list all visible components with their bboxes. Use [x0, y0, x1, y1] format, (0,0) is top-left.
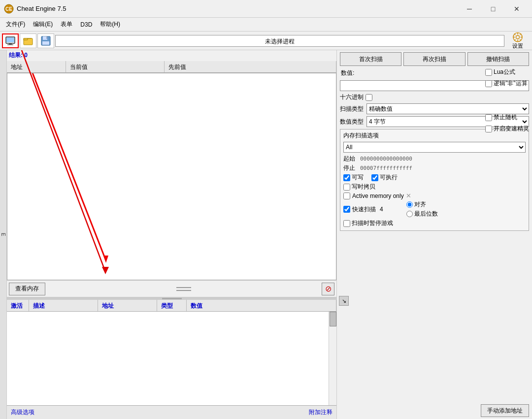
col-cheat-address: 地址 — [98, 300, 157, 311]
not-label: 逻辑"非"运算 — [494, 79, 528, 88]
writable-label: 可写 — [352, 173, 364, 182]
speed-hack-item: 开启变速精灵 — [485, 125, 529, 133]
start-range-row: 起始 0000000000000000 — [343, 155, 526, 163]
settings-button[interactable]: 设置 — [505, 32, 530, 50]
active-memory-clear[interactable]: ✕ — [406, 192, 411, 199]
scan-panel: 首次扫描 再次扫描 撤销扫描 数值: 十六进制 扫描类型 精确数值 — [337, 50, 532, 419]
svg-text:CE: CE — [5, 6, 12, 12]
menu-help[interactable]: 帮助(H) — [96, 19, 124, 30]
mem-scan-select[interactable]: All — [343, 142, 526, 153]
no-random-checkbox[interactable] — [485, 114, 492, 121]
gear-icon — [510, 32, 525, 42]
maximize-button[interactable]: □ — [482, 1, 504, 17]
undo-scan-button[interactable]: 撤销扫描 — [467, 52, 529, 66]
hex-label: 十六进制 — [340, 93, 364, 101]
add-note-button[interactable]: 附加注释 — [309, 408, 332, 417]
lua-label: Lua公式 — [494, 68, 515, 76]
executable-item: 可执行 — [371, 173, 398, 182]
left-panel-bottom: 查看内存 ⊘ — [7, 280, 336, 297]
cheat-table-scrollbar[interactable] — [329, 312, 336, 405]
align-radio-item: 对齐 — [406, 200, 438, 209]
app-icon: CE — [4, 4, 14, 14]
writable-exec-row: 可写 可执行 — [343, 173, 526, 182]
suspend-label: 扫描时暂停游戏 — [352, 219, 393, 227]
results-panel: 结果: 0 地址 当前值 先前值 — [7, 50, 337, 419]
save-button[interactable] — [37, 33, 54, 48]
executable-checkbox[interactable] — [371, 174, 378, 181]
results-list — [7, 73, 336, 280]
open-button[interactable] — [20, 33, 36, 48]
panel-resizer[interactable] — [176, 287, 191, 291]
col-header-current: 当前值 — [66, 61, 165, 72]
menu-edit[interactable]: 编辑(E) — [29, 19, 57, 30]
scroll-thumb[interactable] — [330, 312, 336, 326]
col-description: 描述 — [29, 300, 98, 311]
svg-line-22 — [17, 73, 106, 260]
copy-on-write-checkbox[interactable] — [343, 184, 350, 191]
writable-checkbox[interactable] — [343, 174, 350, 181]
first-scan-button[interactable]: 首次扫描 — [340, 52, 401, 66]
svg-rect-3 — [9, 43, 12, 44]
advanced-options-button[interactable]: 高级选项 — [11, 408, 34, 417]
col-value: 数值 — [187, 300, 336, 311]
hex-checkbox[interactable] — [366, 94, 372, 101]
right-checkboxes: Lua公式 逻辑"非"运算 禁止随机 开启变速精灵 — [485, 68, 529, 133]
next-scan-button[interactable]: 再次扫描 — [403, 52, 465, 66]
menu-d3d[interactable]: D3D — [76, 20, 96, 29]
open-icon — [23, 35, 33, 46]
cheat-table: 激活 描述 地址 类型 数值 高级选项 附加注释 — [7, 300, 336, 419]
speed-hack-label: 开启变速精灵 — [494, 125, 529, 133]
svg-point-13 — [516, 35, 520, 39]
last-digit-radio-item: 最后位数 — [406, 210, 438, 218]
no-action-button[interactable]: ⊘ — [322, 283, 334, 295]
view-memory-button[interactable]: 查看内存 — [9, 283, 45, 295]
speed-hack-checkbox[interactable] — [485, 126, 492, 132]
copy-on-write-label: 写时拷贝 — [352, 183, 375, 191]
not-checkbox[interactable] — [485, 80, 492, 87]
save-icon — [40, 35, 51, 46]
menu-bar: 文件(F) 编辑(E) 表单 D3D 帮助(H) — [0, 18, 532, 32]
mem-scan-group: 内存扫描选项 All 起始 0000000000000000 停止 00007f… — [340, 129, 529, 231]
svg-marker-23 — [103, 256, 108, 263]
menu-file[interactable]: 文件(F) — [2, 19, 29, 30]
add-address-button[interactable]: 手动添加地址 — [481, 404, 529, 417]
scan-buttons-row: 首次扫描 再次扫描 撤销扫描 — [340, 52, 529, 66]
left-sidebar: E — [0, 50, 7, 419]
result-count: 结果: 0 — [7, 50, 336, 61]
monitor-icon — [5, 35, 16, 46]
last-digit-radio[interactable] — [406, 211, 413, 217]
minimize-button[interactable]: ─ — [458, 1, 481, 17]
not-operator-item: 逻辑"非"运算 — [485, 79, 529, 88]
expand-arrow[interactable]: ↘ — [339, 296, 349, 306]
lua-checkbox[interactable] — [485, 69, 492, 76]
col-activate: 激活 — [7, 300, 29, 311]
col-header-previous: 先前值 — [165, 61, 336, 72]
sidebar-item-e[interactable]: E — [0, 233, 6, 236]
value-label: 数值: — [341, 69, 354, 76]
cheat-table-body — [7, 312, 336, 405]
start-label: 起始 — [343, 155, 358, 163]
stop-range-row: 停止 00007fffffffffff — [343, 164, 526, 172]
no-random-item: 禁止随机 — [485, 113, 529, 122]
writable-item: 可写 — [343, 173, 364, 182]
no-random-label: 禁止随机 — [494, 113, 517, 122]
svg-rect-11 — [42, 41, 49, 45]
results-header: 地址 当前值 先前值 — [7, 61, 336, 73]
col-type: 类型 — [157, 300, 187, 311]
fast-scan-checkbox[interactable] — [343, 206, 350, 213]
process-name: 未选择进程 — [55, 35, 504, 47]
stop-label: 停止 — [343, 164, 358, 172]
align-radio[interactable] — [406, 201, 413, 208]
fast-scan-value: 4 — [380, 206, 390, 213]
last-digit-label: 最后位数 — [414, 210, 438, 218]
lua-formula-item: Lua公式 — [485, 68, 529, 76]
svg-rect-7 — [24, 38, 28, 40]
active-memory-checkbox[interactable] — [343, 193, 350, 199]
executable-label: 可执行 — [380, 173, 398, 182]
select-process-button[interactable] — [2, 33, 19, 48]
fast-scan-label: 快速扫描 — [352, 205, 376, 214]
close-button[interactable]: ✕ — [505, 1, 528, 17]
suspend-checkbox[interactable] — [343, 220, 350, 227]
menu-table[interactable]: 表单 — [57, 19, 76, 30]
stop-value: 00007fffffffffff — [360, 165, 412, 171]
